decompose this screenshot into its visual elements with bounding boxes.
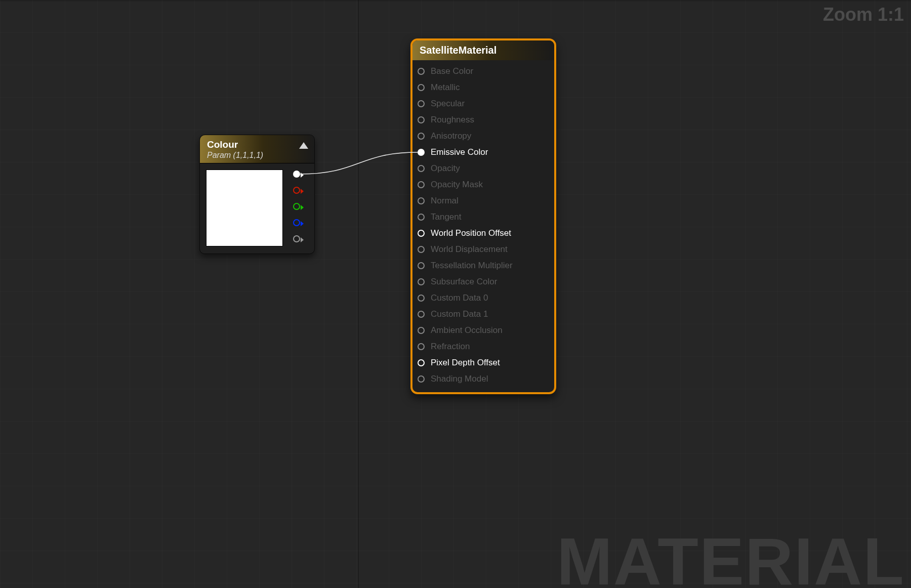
material-input-label: Specular: [431, 99, 465, 109]
output-pin-g[interactable]: [293, 203, 300, 210]
material-input-label: Anisotropy: [431, 131, 471, 141]
param-node-header[interactable]: Colour Param (1,1,1,1): [200, 135, 314, 163]
input-pin[interactable]: [418, 100, 425, 107]
param-node-body: [200, 163, 314, 254]
material-input-row[interactable]: Ambient Occlusion: [412, 322, 554, 339]
input-pin[interactable]: [418, 214, 425, 221]
material-input-label: Normal: [431, 196, 459, 206]
input-pin[interactable]: [418, 359, 425, 366]
param-node-title: Colour: [207, 139, 307, 150]
param-node-colour[interactable]: Colour Param (1,1,1,1): [199, 135, 315, 254]
grid-axis-vertical: [358, 0, 359, 588]
material-input-label: Custom Data 0: [431, 293, 488, 303]
zoom-label: Zoom 1:1: [823, 4, 904, 25]
material-input-label: Ambient Occlusion: [431, 325, 503, 335]
material-input-row[interactable]: Refraction: [412, 339, 554, 355]
input-pin[interactable]: [418, 246, 425, 253]
material-input-label: Opacity: [431, 163, 460, 174]
material-input-label: Opacity Mask: [431, 180, 483, 190]
input-pin[interactable]: [418, 230, 425, 237]
input-pin[interactable]: [418, 375, 425, 383]
editor-watermark: MATERIAL: [557, 528, 905, 588]
input-pin[interactable]: [418, 343, 425, 350]
material-input-label: Custom Data 1: [431, 309, 488, 319]
material-input-row[interactable]: Normal: [412, 193, 554, 209]
input-pin[interactable]: [418, 149, 425, 156]
input-pin[interactable]: [418, 311, 425, 318]
output-pin-r[interactable]: [293, 187, 300, 194]
material-input-row[interactable]: Pixel Depth Offset: [412, 355, 554, 371]
output-pin-rgba[interactable]: [293, 171, 300, 178]
material-input-row[interactable]: Anisotropy: [412, 128, 554, 144]
material-input-row[interactable]: Metallic: [412, 79, 554, 96]
material-node-title[interactable]: SatelliteMaterial: [412, 40, 554, 60]
material-input-row[interactable]: Roughness: [412, 112, 554, 128]
material-node-body: Base ColorMetallicSpecularRoughnessAniso…: [412, 60, 554, 392]
material-input-label: Refraction: [431, 342, 470, 352]
material-input-label: Subsurface Color: [431, 277, 497, 287]
material-input-label: Roughness: [431, 115, 474, 125]
material-input-label: World Displacement: [431, 244, 508, 255]
material-input-row[interactable]: Tessellation Multiplier: [412, 258, 554, 274]
grid-axis-horizontal: [0, 1, 911, 1]
input-pin[interactable]: [418, 116, 425, 123]
material-input-label: Metallic: [431, 82, 460, 93]
material-input-row[interactable]: Custom Data 0: [412, 290, 554, 306]
material-input-label: Base Color: [431, 66, 473, 76]
input-pin[interactable]: [418, 295, 425, 302]
material-input-label: Pixel Depth Offset: [431, 358, 500, 368]
material-input-label: Tangent: [431, 212, 462, 222]
material-input-row[interactable]: Subsurface Color: [412, 274, 554, 290]
material-input-label: Tessellation Multiplier: [431, 261, 513, 271]
input-pin[interactable]: [418, 197, 425, 204]
color-swatch[interactable]: [206, 170, 283, 246]
material-input-row[interactable]: Emissive Color: [412, 144, 554, 160]
material-input-row[interactable]: Shading Model: [412, 371, 554, 387]
material-input-row[interactable]: Opacity Mask: [412, 177, 554, 193]
material-input-row[interactable]: Opacity: [412, 160, 554, 177]
param-node-subtitle: Param (1,1,1,1): [207, 151, 307, 160]
output-pin-a[interactable]: [293, 235, 300, 242]
output-pin-b[interactable]: [293, 219, 300, 226]
input-pin[interactable]: [418, 181, 425, 188]
input-pin[interactable]: [418, 84, 425, 91]
material-input-label: Emissive Color: [431, 147, 488, 157]
input-pin[interactable]: [418, 327, 425, 334]
input-pin[interactable]: [418, 68, 425, 75]
material-input-label: Shading Model: [431, 374, 488, 384]
collapse-icon[interactable]: [299, 142, 308, 149]
material-input-row[interactable]: Base Color: [412, 63, 554, 79]
material-input-row[interactable]: World Displacement: [412, 241, 554, 258]
material-input-row[interactable]: Custom Data 1: [412, 306, 554, 322]
input-pin[interactable]: [418, 133, 425, 140]
output-pin-column: [293, 170, 300, 246]
material-input-row[interactable]: World Position Offset: [412, 225, 554, 241]
material-input-label: World Position Offset: [431, 228, 511, 238]
material-output-node[interactable]: SatelliteMaterial Base ColorMetallicSpec…: [410, 38, 556, 394]
material-input-row[interactable]: Tangent: [412, 209, 554, 225]
input-pin[interactable]: [418, 278, 425, 285]
material-input-row[interactable]: Specular: [412, 96, 554, 112]
input-pin[interactable]: [418, 262, 425, 269]
input-pin[interactable]: [418, 165, 425, 172]
